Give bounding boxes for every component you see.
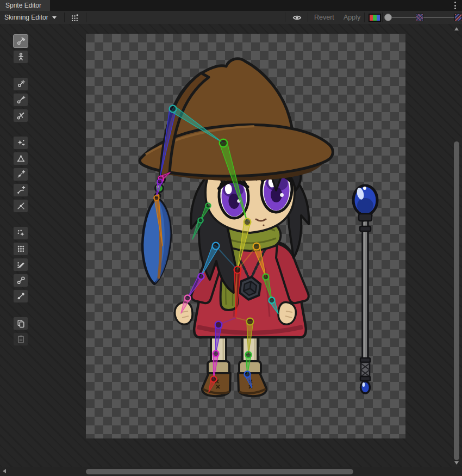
tool-weight-brush[interactable] — [13, 258, 28, 271]
toolbar-separator — [285, 13, 285, 22]
restore-bind-pose-icon — [16, 52, 26, 61]
edit-geometry-icon — [16, 154, 26, 163]
revert-button[interactable]: Revert — [310, 11, 339, 24]
sprite-influence-icon — [16, 292, 26, 301]
sprite-canvas[interactable] — [86, 34, 405, 438]
tool-create-bone[interactable] — [13, 93, 28, 107]
tool-split-edge[interactable] — [13, 199, 28, 213]
auto-geometry-icon — [16, 138, 26, 147]
tool-create-vertex[interactable] — [13, 168, 28, 181]
sprite-sheet-toggle-button[interactable] — [67, 12, 82, 23]
tool-bone-influence[interactable] — [13, 274, 28, 287]
create-bone-icon — [16, 95, 26, 104]
tool-weight-slider[interactable] — [13, 242, 28, 256]
create-vertex-icon — [16, 170, 26, 179]
slider-track[interactable] — [388, 17, 459, 18]
tool-edit-geometry[interactable] — [13, 152, 28, 165]
toolbar-separator — [86, 13, 86, 22]
character-sprite — [140, 59, 333, 396]
scrollbar-corner — [452, 467, 462, 476]
weight-brush-icon — [16, 260, 26, 269]
tool-paste[interactable] — [13, 332, 28, 346]
toolbar: Skinning Editor Revert Apply — [0, 11, 462, 24]
sprite-sheet-icon — [70, 13, 79, 22]
toolbar-separator — [308, 13, 308, 22]
scroll-down-arrow-icon[interactable] — [454, 461, 459, 465]
tool-sidebar — [13, 34, 28, 360]
create-edge-icon — [16, 186, 26, 195]
scroll-up-arrow-icon[interactable] — [454, 27, 459, 30]
edit-joints-icon — [16, 79, 26, 89]
copy-icon — [16, 319, 26, 328]
tab-sprite-editor[interactable]: Sprite Editor — [0, 0, 50, 11]
paste-icon — [16, 335, 26, 344]
eye-icon — [292, 13, 302, 22]
visibility-button[interactable] — [290, 12, 304, 23]
apply-button[interactable]: Apply — [339, 11, 365, 24]
tool-auto-weights[interactable] — [13, 226, 28, 240]
toolbar-separator — [382, 13, 383, 22]
workspace-background — [0, 24, 462, 476]
tool-restore-bind-pose[interactable] — [13, 50, 28, 64]
horizontal-scroll-thumb[interactable] — [86, 469, 353, 474]
horizontal-scrollbar[interactable] — [0, 467, 462, 476]
staff-sprite — [353, 186, 377, 393]
slider-handle[interactable] — [384, 14, 392, 21]
tool-auto-geometry[interactable] — [13, 136, 28, 150]
tool-sprite-influence[interactable] — [13, 289, 28, 303]
weight-stripes-icon — [454, 14, 462, 21]
split-bone-icon — [16, 111, 26, 120]
toolbar-separator — [64, 13, 65, 22]
tool-preview-pose[interactable] — [13, 34, 28, 48]
opacity-slider[interactable] — [384, 11, 462, 24]
scroll-left-arrow-icon[interactable] — [3, 469, 6, 473]
skinning-editor-dropdown[interactable]: Skinning Editor — [4, 11, 57, 24]
chevron-down-icon — [52, 16, 57, 19]
sprite-editor-window: Sprite Editor Skinning Editor Revert App… — [0, 0, 462, 476]
kebab-menu-icon[interactable] — [452, 2, 458, 9]
split-edge-icon — [16, 201, 26, 211]
bone-color-swatch[interactable] — [369, 14, 381, 22]
sprite-thumbnail-icon — [416, 14, 423, 21]
auto-weights-icon — [16, 228, 26, 238]
toolbar-separator — [364, 13, 365, 22]
vertical-scrollbar[interactable] — [452, 25, 461, 467]
vertical-scroll-thumb[interactable] — [454, 141, 459, 460]
tab-title: Sprite Editor — [5, 2, 41, 9]
dropdown-label: Skinning Editor — [4, 14, 48, 21]
weight-slider-icon — [16, 244, 26, 254]
tool-edit-joints[interactable] — [13, 77, 28, 91]
tool-create-edge[interactable] — [13, 183, 28, 197]
bone-influence-icon — [16, 276, 26, 285]
tool-copy[interactable] — [13, 317, 28, 330]
preview-pose-icon — [16, 36, 26, 46]
tab-strip: Sprite Editor — [0, 0, 462, 11]
tool-split-bone[interactable] — [13, 109, 28, 122]
